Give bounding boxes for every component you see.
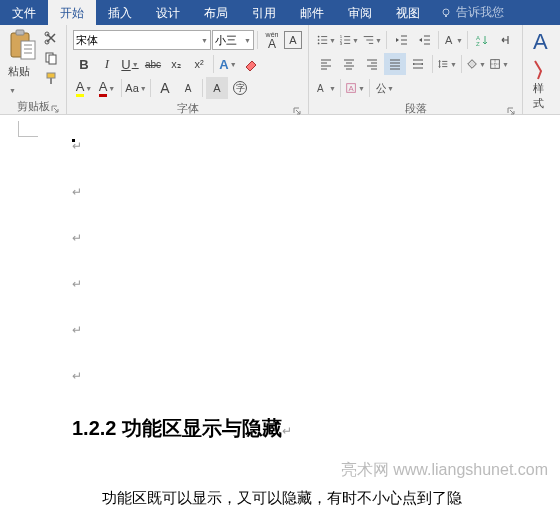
line-spacing-button[interactable]: ▼ — [436, 53, 458, 75]
text-direction-button[interactable]: 公▼ — [373, 77, 395, 99]
sort-button[interactable]: AZ — [471, 29, 493, 51]
enclose-char-button[interactable]: 字 — [229, 77, 251, 99]
svg-text:A: A — [445, 34, 453, 46]
char-grid-button[interactable]: A▼ — [344, 77, 366, 99]
tab-insert[interactable]: 插入 — [96, 0, 144, 25]
italic-button[interactable]: I — [96, 53, 118, 75]
tab-references[interactable]: 引用 — [240, 0, 288, 25]
cursor-dot — [72, 139, 75, 142]
svg-point-16 — [318, 39, 320, 41]
asian2-icon: A — [316, 81, 328, 95]
tab-design[interactable]: 设计 — [144, 0, 192, 25]
svg-rect-3 — [16, 30, 24, 35]
grow-font-button[interactable]: A — [154, 77, 176, 99]
bullets-button[interactable]: ▼ — [315, 29, 337, 51]
brush-icon — [44, 71, 58, 85]
align-left-icon — [319, 57, 333, 71]
svg-rect-12 — [47, 73, 55, 78]
group-paragraph: ▼ 123▼ ▼ A▼ AZ — [309, 25, 523, 114]
styles-brush-icon — [533, 59, 543, 81]
clipboard-group-label: 剪贴板 — [17, 100, 50, 112]
styles-label: 样式 — [533, 82, 544, 109]
bold-button[interactable]: B — [73, 53, 95, 75]
paragraph-mark: ↵ — [72, 277, 560, 291]
justify-button[interactable] — [384, 53, 406, 75]
distribute-icon — [411, 57, 425, 71]
paste-label: 粘贴 — [8, 65, 30, 77]
align-left-button[interactable] — [315, 53, 337, 75]
asian-icon: A — [443, 33, 455, 47]
clipboard-dialog-launcher[interactable] — [50, 104, 60, 114]
char-shading-button[interactable]: A — [206, 77, 228, 99]
decrease-indent-button[interactable] — [390, 29, 412, 51]
cut-button[interactable] — [42, 29, 60, 47]
svg-text:公: 公 — [376, 82, 386, 94]
underline-button[interactable]: U▼ — [119, 53, 141, 75]
borders-icon — [489, 57, 501, 71]
grid-icon: A — [345, 81, 357, 95]
ribbon: 粘贴▼ 剪贴板 宋体▼ 小三▼ wénA A — [0, 25, 560, 115]
group-clipboard: 粘贴▼ 剪贴板 — [0, 25, 67, 114]
paste-button[interactable]: 粘贴▼ — [8, 61, 36, 97]
svg-text:A: A — [348, 84, 354, 93]
align-right-button[interactable] — [361, 53, 383, 75]
document-area[interactable]: ↵ ↵ ↵ ↵ ↵ ↵ 1.2.2 功能区显示与隐藏↵ 亮术网 www.lian… — [0, 115, 560, 520]
svg-point-18 — [318, 43, 320, 45]
styles-glyph: A — [533, 29, 550, 81]
group-font: 宋体▼ 小三▼ wénA A B I U▼ abc x₂ x² A▼ — [67, 25, 309, 114]
heading-mark: ↵ — [282, 424, 292, 438]
svg-text:Z: Z — [476, 41, 480, 47]
bullets-icon — [316, 33, 328, 47]
text-effects-button[interactable]: A▼ — [217, 53, 239, 75]
font-name-combo[interactable]: 宋体▼ — [73, 30, 211, 50]
tab-mailings[interactable]: 邮件 — [288, 0, 336, 25]
font-size-combo[interactable]: 小三▼ — [212, 30, 254, 50]
styles-button[interactable]: A 样式 ▼ — [527, 27, 556, 125]
distribute-button[interactable] — [407, 53, 429, 75]
svg-rect-11 — [49, 55, 56, 64]
indent-icon — [417, 33, 431, 47]
pilcrow-icon — [498, 33, 512, 47]
change-case-button[interactable]: Aa▼ — [125, 77, 147, 99]
group-styles: A 样式 ▼ 样式 — [523, 25, 560, 114]
font-color-button[interactable]: A▼ — [96, 77, 118, 99]
multilevel-icon — [362, 33, 374, 47]
superscript-button[interactable]: x² — [188, 53, 210, 75]
paragraph-mark: ↵ — [72, 369, 560, 383]
eraser-icon — [243, 57, 259, 71]
asian-spacing-button[interactable]: A▼ — [315, 77, 337, 99]
shading-button[interactable]: ▼ — [465, 53, 487, 75]
increase-indent-button[interactable] — [413, 29, 435, 51]
svg-point-14 — [318, 36, 320, 38]
shrink-font-button[interactable]: A — [177, 77, 199, 99]
paragraph-mark: ↵ — [72, 139, 560, 153]
lightbulb-icon — [440, 7, 452, 19]
format-painter-button[interactable] — [42, 69, 60, 87]
svg-point-0 — [443, 9, 449, 15]
font-size-value: 小三 — [215, 33, 237, 48]
tell-me[interactable]: 告诉我您 — [432, 0, 512, 25]
highlight-button[interactable]: A▼ — [73, 77, 95, 99]
subscript-button[interactable]: x₂ — [165, 53, 187, 75]
char-border-button[interactable]: A — [284, 31, 302, 49]
strike-button[interactable]: abc — [142, 53, 164, 75]
body-text[interactable]: 功能区既可以显示，又可以隐藏，有时不小心点到了隐 — [72, 489, 560, 508]
paste-icon — [8, 29, 36, 61]
borders-button[interactable]: ▼ — [488, 53, 510, 75]
tab-view[interactable]: 视图 — [384, 0, 432, 25]
tab-home[interactable]: 开始 — [48, 0, 96, 25]
font-group-label: 字体 — [177, 102, 199, 114]
align-center-button[interactable] — [338, 53, 360, 75]
heading-text[interactable]: 1.2.2 功能区显示与隐藏 — [72, 417, 282, 439]
numbering-button[interactable]: 123▼ — [338, 29, 360, 51]
tab-review[interactable]: 审阅 — [336, 0, 384, 25]
tab-layout[interactable]: 布局 — [192, 0, 240, 25]
asian-layout-button[interactable]: A▼ — [442, 29, 464, 51]
copy-button[interactable] — [42, 49, 60, 67]
clear-format-button[interactable] — [240, 53, 262, 75]
phonetic-guide-button[interactable]: wénA — [261, 29, 283, 51]
multilevel-button[interactable]: ▼ — [361, 29, 383, 51]
show-marks-button[interactable] — [494, 29, 516, 51]
tab-file[interactable]: 文件 — [0, 0, 48, 25]
spacing-icon — [437, 57, 449, 71]
